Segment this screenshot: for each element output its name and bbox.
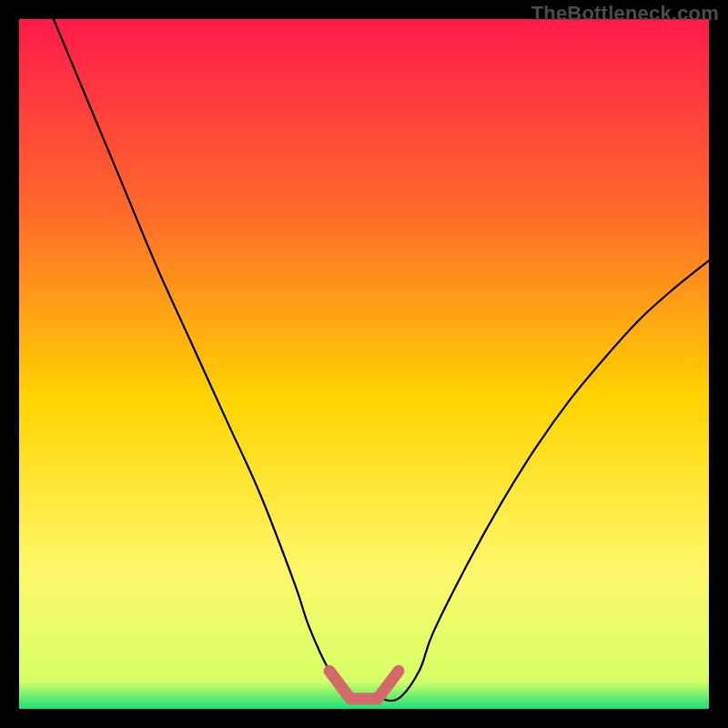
plot-area — [19, 19, 709, 709]
chart-svg — [19, 19, 709, 709]
gradient-background — [19, 19, 709, 709]
chart-frame: TheBottleneck.com — [0, 0, 728, 728]
watermark-text: TheBottleneck.com — [531, 2, 719, 25]
